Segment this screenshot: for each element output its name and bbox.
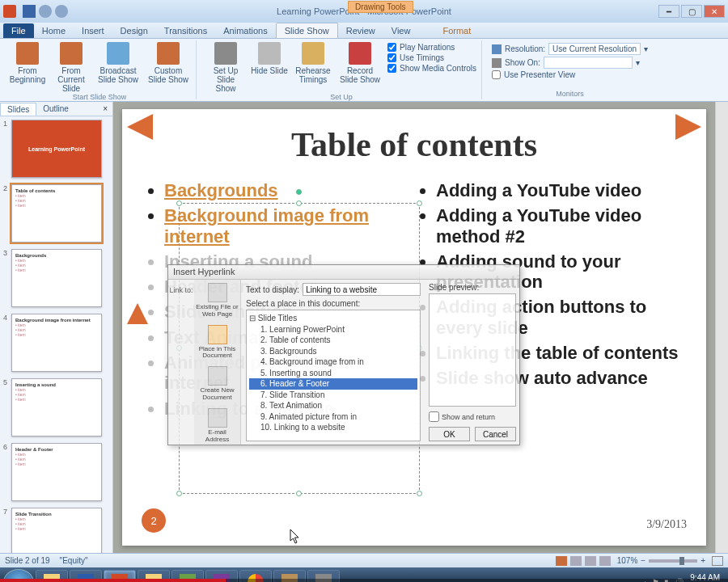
resize-handle[interactable]: [417, 491, 422, 496]
slide-canvas[interactable]: Table of contents BackgroundsBackground …: [113, 102, 715, 553]
custom-show-button[interactable]: Custom Slide Show: [146, 42, 191, 84]
undo-icon[interactable]: [39, 5, 52, 18]
zoom-out-icon[interactable]: −: [641, 556, 645, 565]
thumbnail[interactable]: 4Background image from internet• item• i…: [3, 314, 109, 372]
theme-name: "Equity": [60, 556, 88, 565]
slide-counter: Slide 2 of 19: [5, 556, 50, 565]
resolution-row[interactable]: Resolution:Use Current Resolution▾: [492, 43, 648, 55]
reading-view-icon[interactable]: [585, 556, 596, 566]
play-icon: [16, 42, 39, 65]
toc-link[interactable]: Backgrounds: [164, 180, 410, 200]
ok-button[interactable]: OK: [429, 427, 470, 441]
contextual-tab-label: Drawing Tools: [348, 1, 413, 13]
tab-transitions[interactable]: Transitions: [156, 23, 215, 38]
tree-item[interactable]: 1. Learning PowerPoint: [249, 324, 417, 335]
maximize-button[interactable]: ▢: [681, 5, 702, 18]
zoom-level[interactable]: 107%: [617, 556, 638, 565]
tab-slideshow[interactable]: Slide Show: [276, 23, 338, 38]
show-on-row[interactable]: Show On:▾: [492, 57, 648, 69]
save-icon[interactable]: [23, 5, 36, 18]
record-button[interactable]: Record Slide Show: [337, 42, 383, 84]
tab-file[interactable]: File: [3, 23, 34, 38]
thumbnail[interactable]: 3Backgrounds• item• item• item: [3, 249, 109, 307]
tree-item[interactable]: 7. Slide Transition: [249, 390, 417, 401]
tab-insert[interactable]: Insert: [74, 23, 112, 38]
ribbon: From Beginning From Current Slide Broadc…: [0, 39, 728, 102]
toc-item[interactable]: Adding a YouTube video method #2: [436, 205, 682, 247]
use-timings-check[interactable]: Use Timings: [387, 53, 476, 62]
chevron-down-icon[interactable]: ▾: [644, 44, 648, 53]
tree-item[interactable]: 5. Inserting a sound: [249, 368, 417, 379]
toc-link[interactable]: Background image from internet: [164, 205, 410, 247]
globe-icon: [208, 283, 227, 302]
resize-handle[interactable]: [176, 491, 182, 496]
video-progress-bar[interactable]: [0, 579, 728, 582]
show-return-check[interactable]: Show and return: [429, 411, 516, 422]
tab-view[interactable]: View: [383, 23, 419, 38]
media-controls-check[interactable]: Show Media Controls: [387, 64, 476, 73]
pane-tab-slides[interactable]: Slides: [0, 103, 36, 116]
from-current-button[interactable]: From Current Slide: [52, 42, 91, 93]
normal-view-icon[interactable]: [556, 556, 567, 566]
tree-item[interactable]: 9. Animated picture from in: [249, 411, 417, 423]
linkto-existing[interactable]: Existing File or Web Page: [196, 283, 239, 318]
rehearse-button[interactable]: Rehearse Timings: [294, 42, 332, 84]
tab-animations[interactable]: Animations: [215, 23, 275, 38]
resize-handle[interactable]: [296, 491, 302, 496]
cancel-button[interactable]: Cancel: [475, 427, 516, 441]
tree-item[interactable]: 3. Backgrounds: [249, 346, 417, 357]
setup-button[interactable]: Set Up Slide Show: [206, 42, 245, 93]
zoom-slider[interactable]: [649, 559, 697, 563]
linkto-email[interactable]: E-mail Address: [196, 408, 239, 444]
custom-show-icon: [157, 42, 180, 65]
thumbnail[interactable]: 5Inserting a sound• item• item• item: [3, 378, 109, 436]
hide-slide-button[interactable]: Hide Slide: [250, 42, 289, 75]
thumbnail[interactable]: 1Learning PowerPoint: [3, 120, 109, 178]
select-place-label: Select a place in this document:: [246, 299, 421, 308]
thumbnail[interactable]: 7Slide Transition• item• item• item: [3, 508, 109, 553]
hide-icon: [258, 42, 281, 65]
pane-close-icon[interactable]: ×: [98, 104, 112, 113]
thumbnail-list[interactable]: 1Learning PowerPoint2Table of contents• …: [0, 116, 112, 553]
redo-icon[interactable]: [55, 5, 68, 18]
from-beginning-button[interactable]: From Beginning: [8, 42, 47, 84]
vertical-scrollbar[interactable]: [715, 102, 728, 553]
tree-item[interactable]: 2. Table of contents: [249, 335, 417, 346]
workspace: Slides Outline × 1Learning PowerPoint2Ta…: [0, 102, 728, 553]
close-button[interactable]: ✕: [704, 5, 725, 18]
tab-format[interactable]: Format: [434, 23, 479, 38]
tree-item[interactable]: 8. Text Animation: [249, 400, 417, 411]
sorter-view-icon[interactable]: [570, 556, 582, 566]
preview-label: Slide preview:: [429, 283, 516, 292]
presenter-view-check[interactable]: Use Presenter View: [492, 70, 648, 79]
tab-review[interactable]: Review: [338, 23, 383, 38]
slideshow-view-icon[interactable]: [599, 556, 611, 566]
slide-preview-box: [429, 293, 516, 407]
linkto-label: Link to:: [168, 280, 194, 445]
resolution-field[interactable]: Use Current Resolution: [548, 43, 641, 55]
tab-home[interactable]: Home: [34, 23, 74, 38]
thumbnail[interactable]: 6Header & Footer• item• item• item: [3, 443, 109, 501]
play-narrations-check[interactable]: Play Narrations: [387, 43, 476, 52]
thumbnail[interactable]: 2Table of contents• item• item• item: [3, 184, 109, 242]
tab-design[interactable]: Design: [112, 23, 156, 38]
zoom-in-icon[interactable]: +: [700, 556, 705, 565]
slide-tree[interactable]: ⊟ Slide Titles1. Learning PowerPoint2. T…: [246, 310, 421, 441]
toc-item[interactable]: Adding a YouTube video: [436, 180, 682, 200]
pane-tab-outline[interactable]: Outline: [36, 103, 75, 115]
slide-title: Table of contents: [122, 125, 706, 164]
linkto-place[interactable]: Place in This Document: [196, 325, 239, 361]
title-bar: Learning PowerPoint - Microsoft PowerPoi…: [0, 0, 728, 23]
minimize-button[interactable]: ━: [658, 5, 679, 18]
tree-item[interactable]: 4. Background image from in: [249, 356, 417, 368]
text-display-input[interactable]: [303, 283, 421, 296]
slide-date: 3/9/2013: [646, 518, 687, 531]
slide: Table of contents BackgroundsBackground …: [122, 109, 706, 546]
broadcast-button[interactable]: Broadcast Slide Show: [95, 42, 141, 84]
linkto-newdoc[interactable]: Create New Document: [196, 366, 239, 402]
fit-window-icon[interactable]: [712, 556, 723, 566]
screen-icon: [492, 58, 502, 68]
tree-item[interactable]: 6. Header & Footer: [249, 378, 417, 390]
play-current-icon: [60, 42, 83, 65]
tree-item[interactable]: 10. Linking to a website: [249, 422, 417, 433]
